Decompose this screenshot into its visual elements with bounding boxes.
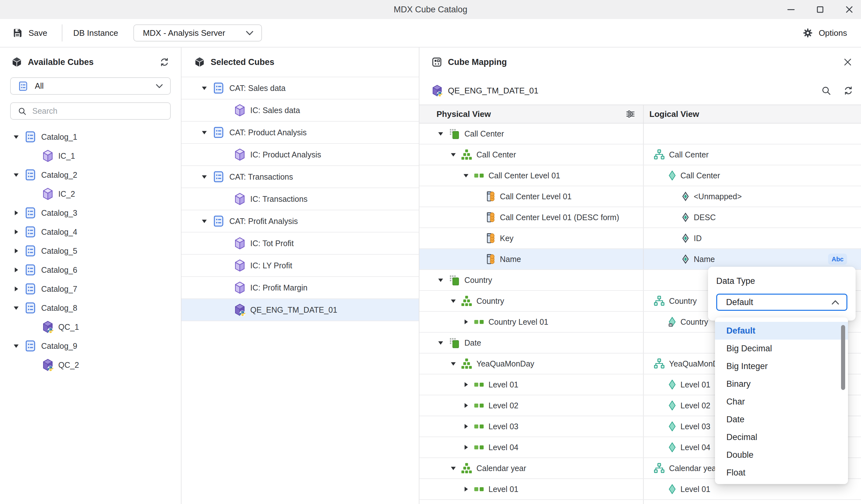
- mapping-row[interactable]: Call Center Level 01 <Unmapped>: [420, 186, 861, 207]
- caret-down-icon[interactable]: [13, 304, 19, 311]
- caret-right-icon[interactable]: [463, 486, 469, 493]
- caret-down-icon[interactable]: [201, 85, 208, 92]
- selected-cube-row[interactable]: QE_ENG_TM_DATE_01: [181, 299, 419, 321]
- data-type-select[interactable]: Default: [716, 294, 847, 311]
- caret-right-icon[interactable]: [13, 209, 19, 216]
- logical-cell: NameAbc: [644, 249, 861, 269]
- physical-cell: Level 04: [420, 437, 644, 458]
- selected-cube-row[interactable]: IC: Transactions: [181, 188, 419, 210]
- caret-down-icon[interactable]: [450, 151, 457, 158]
- data-type-popup: Data Type Default: [708, 267, 856, 321]
- caret-right-icon[interactable]: [13, 247, 19, 254]
- caret-right-icon[interactable]: [463, 444, 469, 451]
- db-instance-select[interactable]: MDX - Analysis Server: [133, 24, 262, 41]
- selected-cube-row[interactable]: IC: Tot Profit: [181, 232, 419, 255]
- minimize-button[interactable]: [784, 3, 798, 16]
- caret-down-icon[interactable]: [437, 276, 444, 284]
- catalog-tree-item[interactable]: Catalog_6: [0, 260, 181, 280]
- query-cube-icon: [432, 85, 443, 97]
- selected-cube-row[interactable]: IC: LY Profit: [181, 255, 419, 277]
- catalog-tree-item[interactable]: Catalog_1: [0, 127, 181, 146]
- available-cubes-title: Available Cubes: [28, 57, 94, 67]
- caret-right-icon[interactable]: [463, 423, 469, 430]
- selected-cube-row[interactable]: IC: Product Analysis: [181, 144, 419, 166]
- physical-cell: Name: [420, 249, 644, 269]
- mapping-icon: [432, 57, 442, 67]
- caret-down-icon[interactable]: [450, 298, 457, 304]
- cube-tree-item[interactable]: QC_2: [0, 355, 181, 374]
- caret-down-icon[interactable]: [13, 342, 19, 350]
- catalog-tree-item[interactable]: Catalog_2: [0, 165, 181, 185]
- selected-cube-row[interactable]: IC: Profit Margin: [181, 277, 419, 299]
- caret-right-icon[interactable]: [13, 267, 19, 273]
- selected-cube-row[interactable]: IC: Sales data: [181, 99, 419, 122]
- catalog-tree-item[interactable]: Catalog_9: [0, 337, 181, 355]
- caret-down-icon[interactable]: [201, 218, 208, 224]
- mapping-row[interactable]: Key ID: [420, 228, 861, 249]
- mapping-row[interactable]: Call Center Level 01 (DESC form) DESC: [420, 207, 861, 228]
- caret-right-icon[interactable]: [13, 228, 19, 235]
- selected-cube-row[interactable]: CAT: Product Analysis: [181, 122, 419, 144]
- cube-tree-item[interactable]: QC_1: [0, 317, 181, 337]
- selected-cube-row[interactable]: CAT: Sales data: [181, 77, 419, 99]
- gear-icon: [802, 28, 813, 38]
- cube-tree-item[interactable]: IC_2: [0, 185, 181, 203]
- caret-down-icon[interactable]: [13, 133, 19, 140]
- catalog-tree-item[interactable]: Catalog_4: [0, 222, 181, 241]
- data-type-option[interactable]: Char: [715, 393, 848, 411]
- catalog-tree-item[interactable]: Catalog_8: [0, 298, 181, 317]
- search-mapping-button[interactable]: [821, 85, 831, 96]
- catalog-filter-select[interactable]: All: [10, 77, 171, 95]
- caret-down-icon[interactable]: [437, 130, 444, 137]
- data-type-option[interactable]: Date: [715, 411, 848, 428]
- catalog-tree-item[interactable]: Catalog_3: [0, 203, 181, 222]
- search-box: [10, 102, 171, 120]
- caret-down-icon[interactable]: [201, 173, 208, 180]
- options-button[interactable]: Options: [802, 28, 847, 38]
- logical-cell: [644, 124, 861, 144]
- search-input[interactable]: [32, 107, 163, 115]
- options-label: Options: [819, 28, 847, 38]
- physical-cell: Country: [420, 270, 644, 290]
- save-button[interactable]: Save: [12, 28, 47, 38]
- data-type-option[interactable]: Double: [715, 446, 848, 464]
- caret-down-icon[interactable]: [463, 172, 469, 179]
- caret-right-icon[interactable]: [13, 285, 19, 292]
- maximize-button[interactable]: [814, 3, 827, 16]
- close-window-button[interactable]: [843, 3, 856, 16]
- mapping-row[interactable]: Call Center: [420, 124, 861, 145]
- catalog-tree-item[interactable]: Catalog_5: [0, 241, 181, 260]
- caret-right-icon[interactable]: [463, 318, 469, 325]
- selected-cube-row[interactable]: CAT: Profit Analysis: [181, 210, 419, 232]
- titlebar: MDX Cube Catalog: [0, 0, 861, 19]
- caret-down-icon[interactable]: [450, 465, 457, 472]
- data-type-option[interactable]: Decimal: [715, 428, 848, 446]
- intelligent-cube-icon: [42, 188, 54, 200]
- scrollbar-thumb[interactable]: [841, 325, 845, 390]
- caret-down-icon[interactable]: [13, 172, 19, 178]
- refresh-mapping-button[interactable]: [843, 85, 853, 96]
- caret-down-icon[interactable]: [437, 339, 444, 346]
- data-type-option[interactable]: Default: [715, 322, 848, 340]
- data-type-badge[interactable]: Abc: [828, 254, 847, 265]
- catalog-tree-item[interactable]: Catalog_7: [0, 280, 181, 298]
- catalog-icon: [24, 131, 37, 143]
- data-type-option[interactable]: Binary: [715, 375, 848, 393]
- caret-down-icon[interactable]: [201, 129, 208, 136]
- cube-tree-item[interactable]: IC_1: [0, 146, 181, 165]
- mapping-row[interactable]: Call Center Level 01 Call Center: [420, 165, 861, 186]
- data-type-option[interactable]: Big Decimal: [715, 340, 848, 357]
- search-icon: [821, 85, 831, 96]
- filter-icon[interactable]: [625, 109, 636, 119]
- caret-right-icon[interactable]: [463, 402, 469, 409]
- caret-down-icon[interactable]: [450, 360, 457, 367]
- close-mapping-button[interactable]: [843, 57, 853, 67]
- data-type-option[interactable]: Float: [715, 464, 848, 481]
- close-icon: [843, 57, 853, 67]
- selected-cube-row[interactable]: CAT: Transactions: [181, 166, 419, 188]
- refresh-available-button[interactable]: [159, 57, 169, 67]
- data-type-option[interactable]: Big Integer: [715, 357, 848, 375]
- data-type-label: Data Type: [716, 276, 847, 286]
- mapping-row[interactable]: Call Center Call Center: [420, 145, 861, 165]
- caret-right-icon[interactable]: [463, 381, 469, 388]
